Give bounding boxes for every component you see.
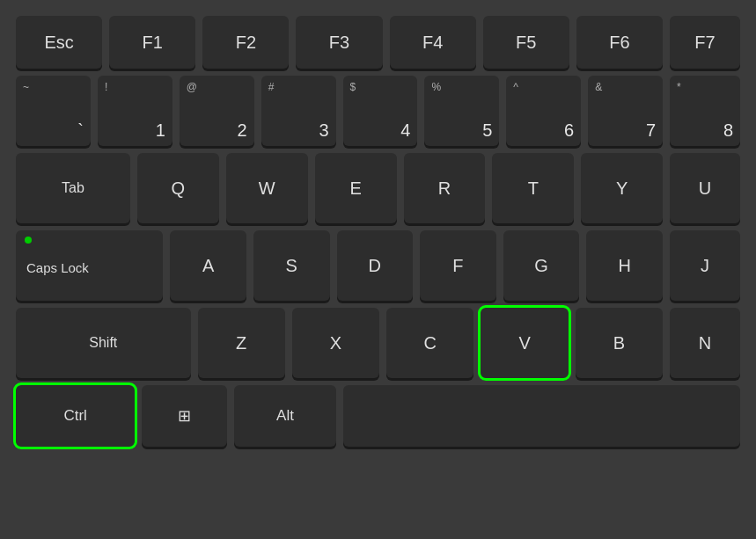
key-shift[interactable]: Shift [16, 308, 191, 378]
x-label: X [292, 308, 379, 378]
s-label: S [253, 230, 330, 301]
tab-label: Tab [16, 153, 130, 223]
key-y[interactable]: Y [581, 153, 663, 223]
key-n[interactable]: N [670, 308, 740, 378]
r-label: R [404, 153, 486, 223]
top-char: & [595, 81, 602, 93]
key-b[interactable]: B [576, 308, 663, 378]
key-a[interactable]: A [170, 230, 246, 301]
key-2[interactable]: @ 2 [180, 76, 254, 146]
key-z[interactable]: Z [198, 308, 285, 378]
ctrl-label: Ctrl [16, 385, 135, 447]
backtick-content: ~ ` [23, 81, 84, 141]
f4-label: F4 [390, 16, 476, 69]
win-label: ⊞ [142, 385, 227, 447]
key-f7[interactable]: F7 [670, 16, 740, 69]
f-label: F [420, 230, 496, 301]
key-caps-lock[interactable]: Caps Lock [16, 230, 163, 301]
key-s[interactable]: S [253, 230, 330, 301]
key-u[interactable]: U [670, 153, 740, 223]
a-label: A [170, 230, 246, 301]
f5-label: F5 [483, 16, 569, 69]
key-4[interactable]: $ 4 [343, 76, 418, 146]
bot-char: 4 [400, 120, 410, 141]
f3-label: F3 [296, 16, 382, 69]
key-g[interactable]: G [503, 230, 580, 301]
e-label: E [315, 153, 397, 223]
3-content: # 3 [268, 81, 329, 141]
key-tab[interactable]: Tab [16, 153, 130, 223]
top-char: @ [187, 81, 197, 93]
key-t[interactable]: T [492, 153, 574, 223]
key-f5[interactable]: F5 [483, 16, 569, 69]
key-f[interactable]: F [420, 230, 496, 301]
top-char: ! [105, 81, 107, 93]
bot-char: ` [77, 120, 84, 141]
key-7[interactable]: & 7 [588, 76, 663, 146]
u-label: U [670, 153, 740, 223]
b-label: B [576, 308, 663, 378]
key-alt[interactable]: Alt [234, 385, 336, 447]
f1-label: F1 [109, 16, 195, 69]
f7-label: F7 [670, 16, 740, 69]
key-j[interactable]: J [670, 230, 740, 301]
key-esc[interactable]: Esc [16, 16, 102, 69]
bot-char: 5 [482, 120, 492, 141]
number-row: ~ ` ! 1 @ 2 # 3 $ 4 [16, 76, 740, 146]
key-f6[interactable]: F6 [576, 16, 663, 69]
fn-row: Esc F1 F2 F3 F4 F5 F6 F7 [16, 16, 740, 69]
top-char: # [268, 81, 275, 93]
top-char: % [431, 81, 441, 93]
8-content: * 8 [677, 81, 733, 141]
key-space[interactable] [343, 385, 740, 447]
key-d[interactable]: D [337, 230, 414, 301]
key-win[interactable]: ⊞ [142, 385, 227, 447]
j-label: J [670, 230, 740, 301]
key-e[interactable]: E [315, 153, 397, 223]
bottom-row: Ctrl ⊞ Alt [16, 385, 740, 447]
key-3[interactable]: # 3 [261, 76, 336, 146]
t-label: T [492, 153, 574, 223]
bot-char: 8 [723, 120, 733, 141]
alt-label: Alt [234, 385, 336, 447]
f6-label: F6 [576, 16, 663, 69]
key-h[interactable]: H [586, 230, 663, 301]
key-f1[interactable]: F1 [109, 16, 195, 69]
z-label: Z [198, 308, 285, 378]
n-label: N [670, 308, 740, 378]
d-label: D [337, 230, 414, 301]
key-1[interactable]: ! 1 [98, 76, 172, 146]
caps-lock-indicator [25, 237, 32, 244]
key-q[interactable]: Q [137, 153, 219, 223]
key-8[interactable]: * 8 [670, 76, 740, 146]
top-char: ^ [513, 81, 518, 93]
bot-char: 7 [646, 120, 656, 141]
caps-lock-label: Caps Lock [26, 260, 89, 275]
key-f2[interactable]: F2 [202, 16, 289, 69]
6-content: ^ 6 [513, 81, 574, 141]
c-label: C [386, 308, 473, 378]
key-r[interactable]: R [404, 153, 486, 223]
g-label: G [503, 230, 580, 301]
key-backtick[interactable]: ~ ` [16, 76, 91, 146]
key-w[interactable]: W [226, 153, 308, 223]
windows-icon: ⊞ [178, 406, 191, 426]
1-content: ! 1 [105, 81, 165, 141]
4-content: $ 4 [350, 81, 411, 141]
q-label: Q [137, 153, 219, 223]
key-f3[interactable]: F3 [296, 16, 382, 69]
key-v[interactable]: V [481, 308, 568, 378]
key-ctrl[interactable]: Ctrl [16, 385, 135, 447]
key-x[interactable]: X [292, 308, 379, 378]
h-label: H [586, 230, 663, 301]
w-label: W [226, 153, 308, 223]
bot-char: 3 [319, 120, 328, 141]
qwerty-row: Tab Q W E R T Y U [16, 153, 740, 223]
key-5[interactable]: % 5 [424, 76, 499, 146]
key-c[interactable]: C [386, 308, 473, 378]
top-char: ~ [23, 81, 29, 93]
key-f4[interactable]: F4 [390, 16, 476, 69]
key-6[interactable]: ^ 6 [506, 76, 581, 146]
shift-label: Shift [16, 308, 191, 378]
top-char: * [677, 81, 681, 93]
